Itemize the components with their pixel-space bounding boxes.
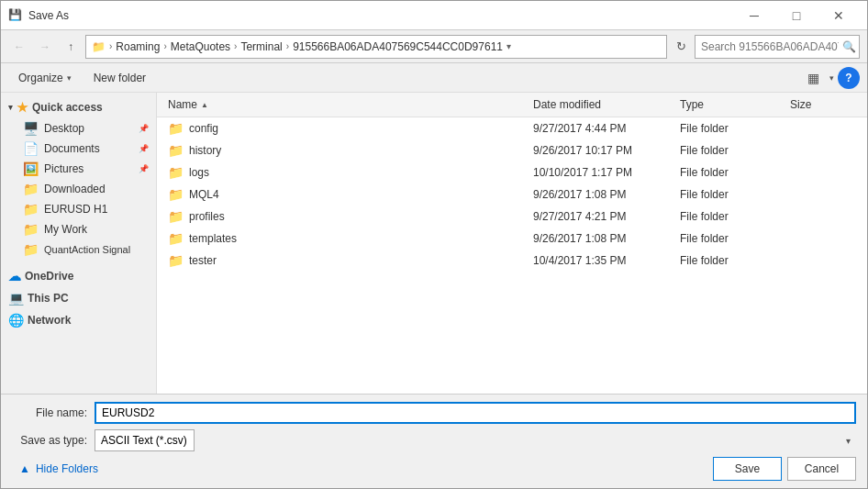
folder-icon: 📁: [168, 253, 184, 268]
file-name-cell: 📁 config: [164, 119, 529, 138]
sidebar-item-desktop[interactable]: 🖥️ Desktop 📌: [1, 118, 156, 139]
path-id: 915566BA06ADA407569C544CC0D97611: [293, 40, 503, 53]
file-date-cell: 9/26/2017 10:17 PM: [529, 142, 676, 159]
forward-button[interactable]: →: [34, 36, 56, 58]
organize-button[interactable]: Organize ▾: [8, 66, 82, 90]
pin-icon: 📌: [139, 144, 149, 153]
table-row[interactable]: 📁 logs 10/10/2017 1:17 PM File folder: [157, 161, 867, 183]
sort-arrow-name: ▲: [201, 101, 208, 109]
sidebar-item-label: Desktop: [44, 122, 84, 135]
table-row[interactable]: 📁 tester 10/4/2017 1:35 PM File folder: [157, 250, 867, 272]
table-row[interactable]: 📁 profiles 9/27/2017 4:21 PM File folder: [157, 206, 867, 228]
address-path[interactable]: 📁 › Roaming › MetaQuotes › Terminal › 91…: [85, 35, 667, 59]
help-button[interactable]: ?: [838, 67, 860, 89]
sidebar-item-quantaction[interactable]: 📁 QuantAction Signal: [1, 239, 156, 260]
quick-access-label: Quick access: [32, 101, 103, 114]
desktop-icon: 🖥️: [23, 121, 39, 136]
table-row[interactable]: 📁 config 9/27/2017 4:44 PM File folder: [157, 117, 867, 139]
path-metaquotes: MetaQuotes: [171, 40, 230, 53]
organize-chevron: ▾: [67, 73, 72, 83]
pin-icon: 📌: [139, 124, 149, 133]
file-size-cell: [786, 127, 860, 130]
close-button[interactable]: ✕: [818, 6, 860, 25]
refresh-button[interactable]: ↻: [671, 36, 691, 58]
save-as-dialog: 💾 Save As ─ □ ✕ ← → ↑ 📁 › Roaming › Meta…: [0, 0, 868, 489]
file-date-cell: 9/27/2017 4:21 PM: [529, 208, 676, 225]
file-name-cell: 📁 templates: [164, 229, 529, 248]
sidebar-item-documents[interactable]: 📄 Documents 📌: [1, 139, 156, 159]
minimize-button[interactable]: ─: [733, 6, 775, 25]
path-terminal: Terminal: [240, 40, 282, 53]
sidebar-item-label: My Work: [44, 223, 87, 236]
bottom-buttons: ▲ Hide Folders Save Cancel: [12, 457, 856, 481]
downloaded-icon: 📁: [23, 182, 39, 196]
window-icon: 💾: [8, 8, 23, 23]
path-folder-icon: 📁: [92, 40, 106, 53]
file-size-cell: [786, 171, 860, 174]
documents-icon: 📄: [23, 141, 39, 156]
sidebar: ▾ ★ Quick access 🖥️ Desktop 📌 📄 Document…: [1, 93, 157, 394]
file-name: MQL4: [189, 188, 219, 201]
cancel-button[interactable]: Cancel: [787, 457, 856, 481]
sidebar-section-network[interactable]: 🌐 Network: [1, 309, 156, 331]
titlebar: 💾 Save As ─ □ ✕: [1, 1, 867, 30]
table-row[interactable]: 📁 templates 9/26/2017 1:08 PM File folde…: [157, 228, 867, 250]
file-name-cell: 📁 history: [164, 141, 529, 160]
file-name: logs: [189, 166, 209, 179]
thispc-label: This PC: [28, 292, 69, 305]
bottom-area: File name: Save as type: ASCII Text (*.c…: [1, 394, 867, 488]
sidebar-section-quick-access[interactable]: ▾ ★ Quick access: [1, 96, 156, 118]
col-size[interactable]: Size: [786, 96, 860, 113]
col-date-modified[interactable]: Date modified: [529, 96, 676, 113]
new-folder-button[interactable]: New folder: [83, 66, 156, 90]
thispc-icon: 💻: [8, 291, 24, 306]
hide-folders-chevron: ▲: [19, 462, 30, 475]
file-name-cell: 📁 profiles: [164, 207, 529, 226]
view-button[interactable]: ▦: [800, 67, 826, 89]
hide-folders-toggle[interactable]: ▲ Hide Folders: [12, 460, 106, 478]
col-type[interactable]: Type: [676, 96, 786, 113]
quick-access-chevron: ▾: [8, 103, 13, 112]
file-date-cell: 10/10/2017 1:17 PM: [529, 164, 676, 181]
file-name: tester: [189, 254, 217, 267]
filetype-row: Save as type: ASCII Text (*.csv) CSV (*.…: [12, 429, 856, 451]
sidebar-section-thispc[interactable]: 💻 This PC: [1, 287, 156, 309]
sidebar-section-onedrive[interactable]: ☁ OneDrive: [1, 265, 156, 287]
up-button[interactable]: ↑: [60, 36, 82, 58]
file-type-cell: File folder: [676, 230, 786, 247]
sidebar-item-pictures[interactable]: 🖼️ Pictures 📌: [1, 159, 156, 179]
network-label: Network: [28, 314, 71, 327]
sidebar-item-downloaded[interactable]: 📁 Downloaded: [1, 179, 156, 199]
file-rows-container: 📁 config 9/27/2017 4:44 PM File folder 📁…: [157, 117, 867, 272]
save-button[interactable]: Save: [713, 457, 782, 481]
folder-icon: 📁: [168, 143, 184, 158]
file-type-cell: File folder: [676, 120, 786, 137]
file-list: Name ▲ Date modified Type Size 📁 config …: [157, 93, 867, 394]
filename-row: File name:: [12, 402, 856, 424]
cancel-label: Cancel: [805, 462, 839, 475]
file-name-cell: 📁 logs: [164, 163, 529, 182]
sidebar-item-label: Documents: [44, 142, 100, 155]
back-button[interactable]: ←: [8, 36, 30, 58]
toolbar-right: ▦ ▾ ?: [800, 67, 860, 89]
sidebar-item-label: QuantAction Signal: [44, 244, 130, 255]
table-row[interactable]: 📁 history 9/26/2017 10:17 PM File folder: [157, 139, 867, 161]
filetype-label: Save as type:: [12, 434, 95, 447]
file-type-cell: File folder: [676, 142, 786, 159]
sidebar-item-label: Downloaded: [44, 183, 106, 195]
search-box[interactable]: 🔍: [695, 35, 860, 59]
file-type-cell: File folder: [676, 252, 786, 269]
filename-input[interactable]: [95, 402, 856, 424]
sidebar-item-mywork[interactable]: 📁 My Work: [1, 219, 156, 239]
col-name[interactable]: Name ▲: [164, 96, 529, 113]
sidebar-item-eurusd[interactable]: 📁 EURUSD H1: [1, 199, 156, 219]
sidebar-item-label: Pictures: [44, 162, 83, 175]
search-input[interactable]: [701, 40, 839, 53]
file-date-cell: 10/4/2017 1:35 PM: [529, 252, 676, 269]
window-title: Save As: [28, 9, 733, 22]
file-date-cell: 9/26/2017 1:08 PM: [529, 186, 676, 203]
table-row[interactable]: 📁 MQL4 9/26/2017 1:08 PM File folder: [157, 183, 867, 206]
maximize-button[interactable]: □: [775, 6, 818, 25]
filetype-select[interactable]: ASCII Text (*.csv) CSV (*.csv) Text (*.t…: [95, 429, 195, 451]
new-folder-label: New folder: [94, 72, 146, 84]
